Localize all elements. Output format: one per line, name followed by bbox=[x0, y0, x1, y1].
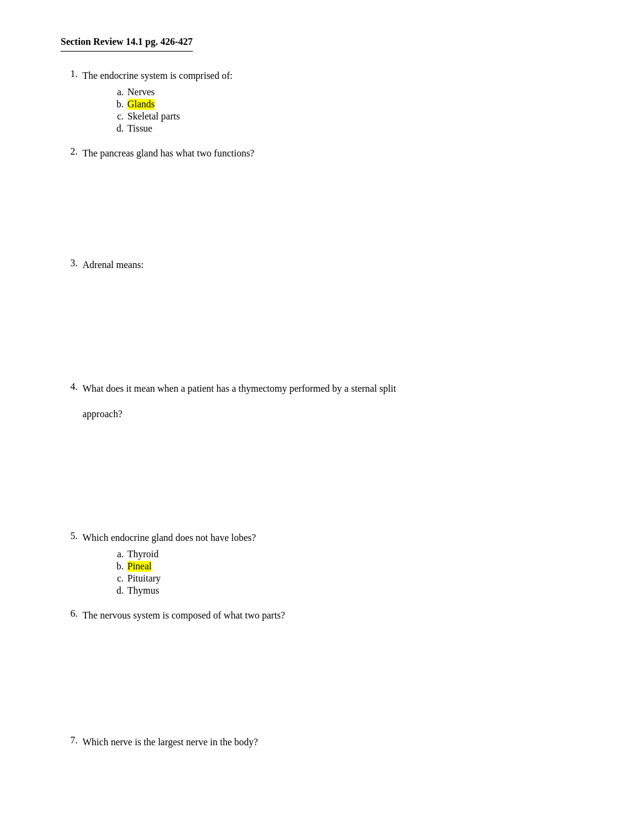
question-content-3: Adrenal means: bbox=[82, 258, 595, 351]
question-text-6: The nervous system is composed of what t… bbox=[82, 608, 595, 623]
question-item-4: 4. What does it mean when a patient has … bbox=[61, 381, 595, 500]
question-content-5: Which endocrine gland does not have lobe… bbox=[82, 531, 595, 597]
choice-5b: b. Pineal bbox=[107, 561, 595, 572]
answer-space-6 bbox=[82, 629, 595, 702]
question-text-2: The pancreas gland has what two function… bbox=[82, 146, 595, 161]
answer-space-2 bbox=[82, 167, 595, 240]
question-item-1: 1. The endocrine system is comprised of:… bbox=[61, 69, 595, 135]
choice-text-5a: Thyroid bbox=[127, 549, 159, 560]
answer-space-7 bbox=[82, 756, 595, 828]
answer-space-3 bbox=[82, 278, 595, 351]
choice-letter-5c: c. bbox=[107, 573, 124, 584]
choice-letter-1d: d. bbox=[107, 123, 124, 134]
question-content-4: What does it mean when a patient has a t… bbox=[82, 381, 595, 500]
question-number-7: 7. bbox=[61, 735, 78, 746]
choice-text-1c: Skeletal parts bbox=[127, 111, 180, 122]
choice-letter-1c: c. bbox=[107, 111, 124, 122]
choice-1c: c. Skeletal parts bbox=[107, 111, 595, 122]
answer-space-4 bbox=[82, 428, 595, 500]
question-number-5: 5. bbox=[61, 531, 78, 542]
question-content-2: The pancreas gland has what two function… bbox=[82, 146, 595, 240]
question-item-2: 2. The pancreas gland has what two funct… bbox=[61, 146, 595, 240]
question-text-7: Which nerve is the largest nerve in the … bbox=[82, 735, 595, 749]
choice-text-5d: Thymus bbox=[127, 585, 159, 596]
question-number-1: 1. bbox=[61, 69, 78, 79]
question-text-5: Which endocrine gland does not have lobe… bbox=[82, 531, 595, 545]
answer-choices-1: a. Nerves b. Glands c. Skeletal parts d.… bbox=[107, 87, 595, 134]
answer-choices-5: a. Thyroid b. Pineal c. Pituitary d. Thy… bbox=[107, 549, 595, 596]
question-number-3: 3. bbox=[61, 258, 78, 269]
choice-letter-1a: a. bbox=[107, 87, 124, 98]
choice-5d: d. Thymus bbox=[107, 585, 595, 596]
question-text-1: The endocrine system is comprised of: bbox=[82, 69, 595, 83]
question-item-7: 7. Which nerve is the largest nerve in t… bbox=[61, 735, 595, 828]
choice-text-5c: Pituitary bbox=[127, 573, 161, 584]
page-title: Section Review 14.1 pg. 426-427 bbox=[61, 36, 193, 52]
choice-text-5b: Pineal bbox=[127, 561, 152, 572]
choice-text-1b: Glands bbox=[127, 99, 155, 110]
questions-list: 1. The endocrine system is comprised of:… bbox=[61, 69, 595, 835]
choice-text-1d: Tissue bbox=[127, 123, 152, 134]
question-number-4: 4. bbox=[61, 381, 78, 392]
question-text-4-line1: What does it mean when a patient has a t… bbox=[82, 381, 595, 396]
choice-1d: d. Tissue bbox=[107, 123, 595, 134]
choice-1b: b. Glands bbox=[107, 99, 595, 110]
question-item-5: 5. Which endocrine gland does not have l… bbox=[61, 531, 595, 597]
question-content-7: Which nerve is the largest nerve in the … bbox=[82, 735, 595, 828]
question-item-6: 6. The nervous system is composed of wha… bbox=[61, 608, 595, 702]
question-content-1: The endocrine system is comprised of: a.… bbox=[82, 69, 595, 135]
choice-letter-5d: d. bbox=[107, 585, 124, 596]
choice-1a: a. Nerves bbox=[107, 87, 595, 98]
question-number-2: 2. bbox=[61, 146, 78, 157]
question-number-6: 6. bbox=[61, 608, 78, 619]
choice-5c: c. Pituitary bbox=[107, 573, 595, 584]
question-text-3: Adrenal means: bbox=[82, 258, 595, 272]
choice-letter-5a: a. bbox=[107, 549, 124, 560]
choice-5a: a. Thyroid bbox=[107, 549, 595, 560]
choice-text-1a: Nerves bbox=[127, 87, 155, 98]
choice-letter-1b: b. bbox=[107, 99, 124, 110]
question-content-6: The nervous system is composed of what t… bbox=[82, 608, 595, 702]
question-item-3: 3. Adrenal means: bbox=[61, 258, 595, 351]
choice-letter-5b: b. bbox=[107, 561, 124, 572]
question-text-4-line2: approach? bbox=[82, 407, 595, 421]
